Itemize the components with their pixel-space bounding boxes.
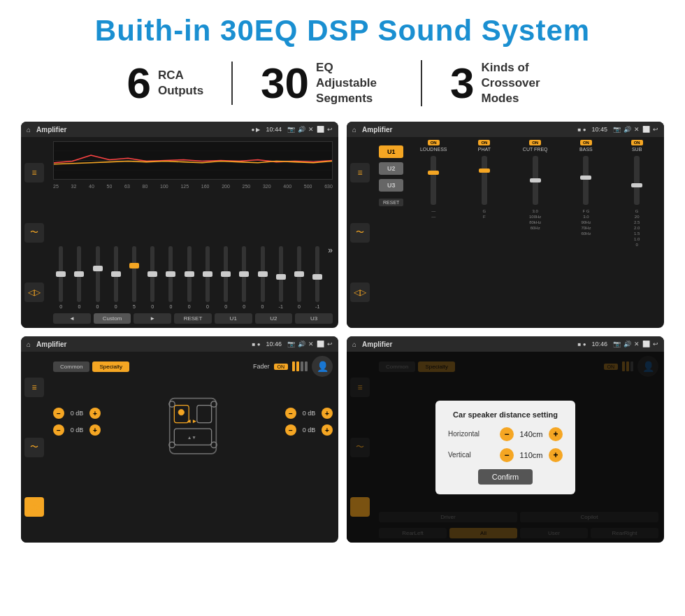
confirm-button[interactable]: Confirm <box>478 469 533 485</box>
bass-slider[interactable] <box>583 156 589 205</box>
track-4[interactable] <box>114 246 118 302</box>
horizontal-plus[interactable]: + <box>549 427 563 441</box>
speaker-icon-3[interactable]: ◁▷ <box>24 497 44 517</box>
thumb-15[interactable] <box>312 274 322 280</box>
val-14: 0 <box>298 304 301 309</box>
u2-select[interactable]: U2 <box>379 162 403 175</box>
loudness-thumb[interactable] <box>428 171 439 175</box>
u1-select[interactable]: U1 <box>379 145 403 158</box>
track-6[interactable] <box>150 246 154 302</box>
track-9[interactable] <box>206 246 210 302</box>
track-7[interactable] <box>168 246 173 302</box>
thumb-14[interactable] <box>294 271 304 277</box>
eq-icon-2[interactable]: ≡ <box>350 163 370 182</box>
eq-icon[interactable]: ≡ <box>24 163 44 182</box>
common-tab[interactable]: Common <box>53 361 89 372</box>
horizontal-stepper: − 140cm + <box>500 427 563 441</box>
vertical-stepper: − 110cm + <box>500 448 563 462</box>
track-10[interactable] <box>224 246 228 302</box>
wave-icon-2[interactable]: 〜 <box>350 223 370 243</box>
track-12[interactable] <box>261 246 265 302</box>
speaker-icon[interactable]: ◁▷ <box>24 282 44 302</box>
thumb-2[interactable] <box>74 271 84 277</box>
tl-plus[interactable]: + <box>89 408 101 419</box>
screens-grid: ⌂ Amplifier ● ▶ 10:44 📷 🔊 ✕ ⬜ ↩ ≡ 〜 ◁▷ <box>21 122 664 543</box>
bl-plus[interactable]: + <box>89 424 101 436</box>
crossover-channels: ON LOUDNESS — — ON PHAT <box>409 140 661 325</box>
custom-btn[interactable]: Custom <box>94 313 131 324</box>
track-8[interactable] <box>187 246 192 302</box>
crossover-reset[interactable]: RESET <box>379 199 403 206</box>
thumb-1[interactable] <box>56 271 66 277</box>
val-1: 0 <box>59 304 62 309</box>
vertical-plus[interactable]: + <box>549 448 563 462</box>
thumb-8[interactable] <box>185 271 194 277</box>
wave-icon[interactable]: 〜 <box>24 223 44 243</box>
speaker-icon-2[interactable]: ◁▷ <box>350 282 370 302</box>
vertical-minus[interactable]: − <box>500 448 514 462</box>
track-3[interactable] <box>96 246 100 302</box>
thumb-10[interactable] <box>221 271 231 277</box>
loudness-on[interactable]: ON <box>428 140 440 145</box>
page-container: Buith-in 30EQ DSP Sound System 6 RCAOutp… <box>0 0 685 616</box>
cutfreq-on[interactable]: ON <box>529 140 541 145</box>
car-diagram-container: ◄► ▲▼ <box>105 380 281 464</box>
u1-btn[interactable]: U1 <box>215 313 252 324</box>
tl-minus[interactable]: − <box>53 408 64 419</box>
cutfreq-thumb[interactable] <box>530 178 541 182</box>
bass-on[interactable]: ON <box>580 140 592 145</box>
track-15[interactable] <box>315 246 319 302</box>
slider-9: 0 <box>200 246 215 309</box>
ch-cutfreq: ON CUT FREQ 3.0 100Hz 80kHz 60Hz <box>511 140 560 325</box>
prev-btn[interactable]: ◄ <box>53 313 91 324</box>
thumb-3[interactable] <box>93 266 103 271</box>
track-11[interactable] <box>242 246 246 302</box>
bl-minus[interactable]: − <box>53 424 64 436</box>
loudness-slider[interactable] <box>431 156 436 205</box>
wave-icon-3[interactable]: 〜 <box>24 438 44 457</box>
br-plus[interactable]: + <box>322 424 333 436</box>
home-icon-4: ⌂ <box>352 341 356 348</box>
fader-on-badge[interactable]: ON <box>274 364 289 370</box>
val-2: 0 <box>78 304 80 309</box>
screen2-title: Amplifier <box>362 126 572 134</box>
cutfreq-slider[interactable] <box>533 156 538 205</box>
u2-btn[interactable]: U2 <box>255 313 293 324</box>
phat-on[interactable]: ON <box>478 140 490 145</box>
track-5[interactable] <box>132 246 136 302</box>
thumb-5[interactable] <box>129 263 139 268</box>
thumb-13[interactable] <box>276 274 286 280</box>
track-13[interactable] <box>279 246 283 302</box>
u3-btn[interactable]: U3 <box>295 313 333 324</box>
bass-label: BASS <box>579 147 593 152</box>
eq-icon-3[interactable]: ≡ <box>24 378 44 397</box>
reset-btn[interactable]: RESET <box>174 313 212 324</box>
u3-select[interactable]: U3 <box>379 179 403 192</box>
sub-slider[interactable] <box>634 156 640 205</box>
bass-thumb[interactable] <box>580 176 591 180</box>
screen4-time: 10:46 <box>591 341 607 348</box>
val-5: 5 <box>133 304 136 309</box>
sub-on[interactable]: ON <box>631 140 643 145</box>
track-2[interactable] <box>77 246 81 302</box>
thumb-7[interactable] <box>166 271 175 277</box>
screen-fader: ⌂ Amplifier ■ ● 10:46 📷 🔊 ✕ ⬜ ↩ ≡ 〜 ◁▷ <box>21 336 338 543</box>
thumb-6[interactable] <box>147 271 157 277</box>
phat-thumb[interactable] <box>479 169 490 173</box>
person-icon[interactable]: 👤 <box>312 356 333 377</box>
thumb-4[interactable] <box>111 271 121 277</box>
thumb-9[interactable] <box>203 271 212 277</box>
tr-minus[interactable]: − <box>285 408 296 419</box>
horizontal-minus[interactable]: − <box>500 427 514 441</box>
track-14[interactable] <box>297 246 301 302</box>
phat-slider[interactable] <box>482 156 487 205</box>
br-minus[interactable]: − <box>285 424 296 436</box>
specialty-tab[interactable]: Specialty <box>92 361 129 372</box>
play-btn[interactable]: ► <box>134 313 171 324</box>
track-1[interactable] <box>59 246 63 302</box>
thumb-11[interactable] <box>239 271 249 277</box>
sub-thumb[interactable] <box>631 183 642 187</box>
tr-plus[interactable]: + <box>322 408 333 419</box>
more-icon[interactable]: » <box>328 245 333 255</box>
thumb-12[interactable] <box>258 271 268 277</box>
